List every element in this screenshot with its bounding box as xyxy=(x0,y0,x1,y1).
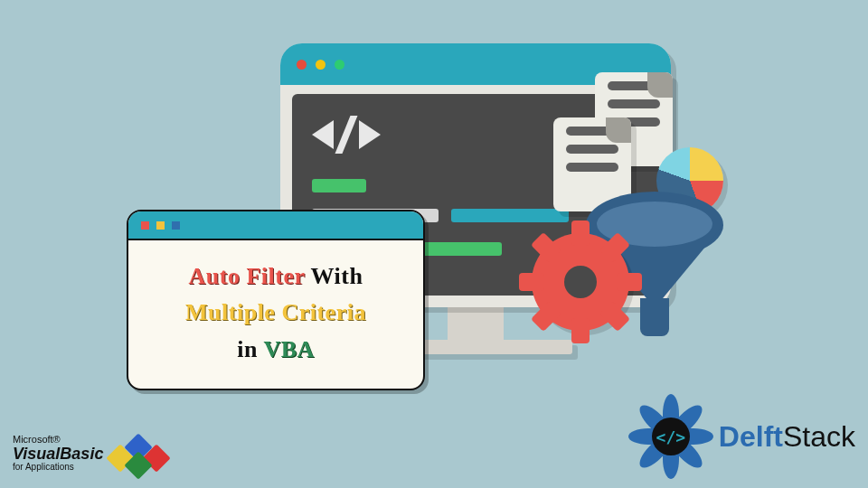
code-line xyxy=(312,179,366,192)
title-card: Auto Filter With Multiple Criteria in VB… xyxy=(127,210,425,390)
delftstack-name-blue: Delft xyxy=(719,420,783,453)
title-word-vba: VBA xyxy=(263,336,314,362)
window-square-blue xyxy=(172,221,180,230)
title-word-multiple-criteria: Multiple Criteria xyxy=(185,299,366,325)
vba-product: VisualBasic xyxy=(13,446,103,463)
gear-icon xyxy=(532,233,629,331)
window-dot-green xyxy=(335,60,344,70)
title-word-auto-filter: Auto Filter xyxy=(189,263,306,289)
delftstack-logo: </> DelftStack xyxy=(632,398,855,475)
window-square-red xyxy=(141,221,149,230)
delftstack-name-rest: Stack xyxy=(783,420,855,453)
window-dot-red xyxy=(297,60,307,70)
delftstack-flower-icon: </> xyxy=(632,398,710,475)
monitor-stand xyxy=(448,307,504,340)
title-card-bar xyxy=(128,211,423,240)
visual-basic-logo: Microsoft® VisualBasic for Applications xyxy=(13,430,172,477)
vba-vendor: Microsoft® xyxy=(13,434,61,445)
title-word-in: in xyxy=(237,336,258,362)
visual-basic-text: Microsoft® VisualBasic for Applications xyxy=(13,435,103,473)
delftstack-core: </> xyxy=(652,418,690,455)
title-text: Auto Filter With Multiple Criteria in VB… xyxy=(128,240,423,386)
vba-subtitle: for Applications xyxy=(13,462,74,472)
title-word-with: With xyxy=(311,263,363,289)
window-square-yellow xyxy=(156,221,165,230)
vba-cubes-icon xyxy=(110,430,172,477)
window-dot-yellow xyxy=(316,60,326,70)
delftstack-name: DelftStack xyxy=(719,420,855,454)
